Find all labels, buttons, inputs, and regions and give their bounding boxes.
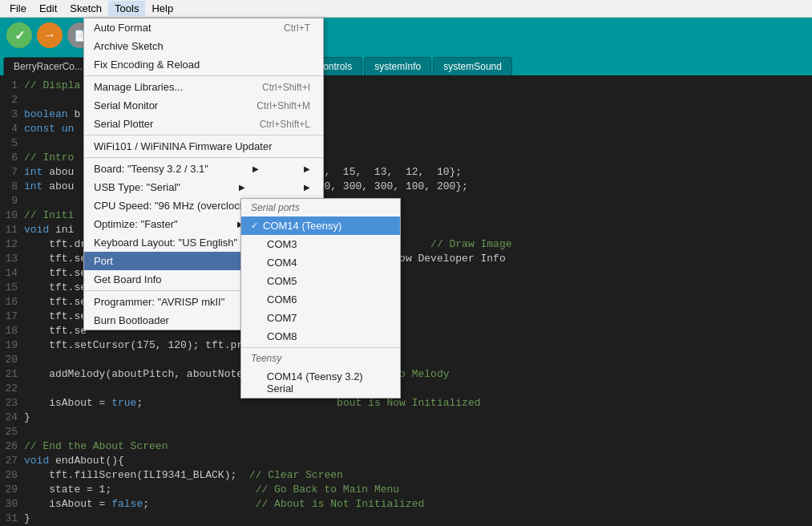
- tab-berryracer[interactable]: BerryRacerCo...: [3, 57, 93, 75]
- menu-manage-libraries[interactable]: Manage Libraries... Ctrl+Shift+I: [84, 78, 323, 96]
- serial-ports-label: Serial ports: [241, 199, 400, 216]
- tab-systemsound[interactable]: systemSound: [433, 57, 512, 75]
- check-icon: ✓: [251, 221, 258, 231]
- menu-tools[interactable]: Tools: [108, 1, 145, 16]
- port-com8[interactable]: COM8: [241, 327, 400, 346]
- teensy-label: Teensy: [241, 350, 400, 367]
- submenu-separator: [241, 347, 400, 348]
- menu-help[interactable]: Help: [145, 1, 180, 16]
- menu-file[interactable]: File: [3, 1, 33, 16]
- port-com7[interactable]: COM7: [241, 309, 400, 327]
- menu-board[interactable]: Board: "Teensy 3.2 / 3.1" ▶: [84, 160, 323, 178]
- port-com3[interactable]: COM3: [241, 235, 400, 253]
- menu-archive-sketch[interactable]: Archive Sketch: [84, 37, 323, 55]
- port-com6[interactable]: COM6: [241, 290, 400, 309]
- verify-button[interactable]: ✓: [6, 22, 32, 48]
- port-com4[interactable]: COM4: [241, 253, 400, 272]
- separator-2: [84, 135, 323, 136]
- menu-serial-plotter[interactable]: Serial Plotter Ctrl+Shift+L: [84, 115, 323, 133]
- serial-submenu: Serial ports ✓ COM14 (Teensy) COM3 COM4 …: [240, 198, 401, 399]
- menu-wifi-updater[interactable]: WiFi101 / WiFiNINA Firmware Updater: [84, 137, 323, 156]
- menubar: File Edit Sketch Tools Help: [0, 0, 812, 18]
- tab-systeminfo[interactable]: systemInfo: [364, 57, 431, 75]
- menu-auto-format[interactable]: Auto Format Ctrl+T: [84, 18, 323, 37]
- port-com14-teensy-serial[interactable]: COM14 (Teensy 3.2) Serial: [241, 367, 400, 398]
- menu-fix-encoding[interactable]: Fix Encoding & Reload: [84, 55, 323, 74]
- menu-sketch[interactable]: Sketch: [63, 1, 108, 16]
- separator-1: [84, 75, 323, 76]
- menu-usb-type[interactable]: USB Type: "Serial" ▶: [84, 178, 323, 196]
- port-com14[interactable]: ✓ COM14 (Teensy): [241, 216, 400, 235]
- menu-edit[interactable]: Edit: [33, 1, 63, 16]
- separator-3: [84, 157, 323, 158]
- port-com5[interactable]: COM5: [241, 272, 400, 290]
- menu-serial-monitor[interactable]: Serial Monitor Ctrl+Shift+M: [84, 96, 323, 115]
- upload-button[interactable]: →: [37, 22, 63, 48]
